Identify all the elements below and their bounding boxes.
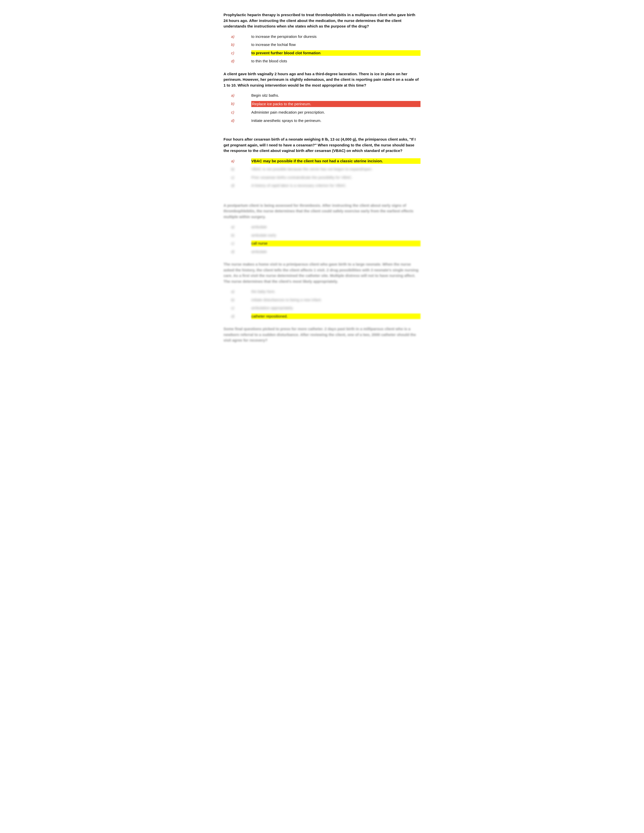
q5-option-d-letter: d) <box>231 314 251 319</box>
question-3: Four hours after cesarean birth of a neo… <box>224 137 420 188</box>
list-item: a) VBAC may be possible if the client ha… <box>231 158 420 164</box>
q3-option-d-letter: d) <box>231 183 251 188</box>
q5-option-b-letter: b) <box>231 297 251 303</box>
q1-option-a-text: to increase the perspiration for diuresi… <box>251 34 420 40</box>
list-item: a) to increase the perspiration for diur… <box>231 34 420 40</box>
list-item: b) initiate disturbances to being a new … <box>231 297 420 303</box>
q4-option-c-letter: c) <box>231 241 251 246</box>
q4-text: A postpartum client is being assessed fo… <box>224 203 420 220</box>
q3-options: a) VBAC may be possible if the client ha… <box>231 158 420 188</box>
q2-option-a-letter: a) <box>231 93 251 98</box>
q3-option-d-text: A history of rapid labor is a necessary … <box>251 183 420 188</box>
q6-text: Some final questions picked to press for… <box>224 326 420 343</box>
q5-option-a-text: the baby here. <box>251 289 420 294</box>
q2-option-d-text: Initiate anesthetic sprays to the perine… <box>251 118 420 124</box>
q4-option-c-text: call nurse <box>251 241 420 246</box>
q4-option-a-text: ambulate <box>251 224 420 230</box>
question-2: A client gave birth vaginally 2 hours ag… <box>224 71 420 124</box>
q1-options: a) to increase the perspiration for diur… <box>231 34 420 64</box>
list-item: c) to prevent further blood clot formati… <box>231 50 420 56</box>
question-4: A postpartum client is being assessed fo… <box>224 203 420 255</box>
q5-options: a) the baby here. b) initiate disturbanc… <box>231 289 420 319</box>
q3-option-b-letter: b) <box>231 166 251 172</box>
q2-option-b-text: Replace ice packs to the perineum. <box>251 101 420 107</box>
question-5: The nurse makes a home visit to a primip… <box>224 262 420 319</box>
q5-option-b-text: initiate disturbances to being a new inf… <box>251 297 420 303</box>
q2-options: a) Begin sitz baths. b) Replace ice pack… <box>231 93 420 124</box>
q4-options: a) ambulate b) ambulate early c) call nu… <box>231 224 420 254</box>
q2-option-c-text: Administer pain medication per prescript… <box>251 109 420 115</box>
list-item: a) the baby here. <box>231 289 420 294</box>
q5-option-a-letter: a) <box>231 289 251 294</box>
q2-option-d-letter: d) <box>231 118 251 124</box>
q3-option-a-text: VBAC may be possible if the client has n… <box>251 158 420 164</box>
list-item: a) ambulate <box>231 224 420 230</box>
q1-option-c-text: to prevent further blood clot formation <box>251 50 420 56</box>
list-item: d) A history of rapid labor is a necessa… <box>231 183 420 188</box>
q1-option-b-text: to increase the lochial flow <box>251 42 420 48</box>
q2-option-b-letter: b) <box>231 101 251 107</box>
list-item: c) ambulation appropriately. <box>231 305 420 311</box>
q1-option-c-letter: c) <box>231 50 251 56</box>
list-item: b) ambulate early <box>231 233 420 238</box>
q5-option-d-text: catheter repositioned. <box>251 314 420 319</box>
q2-option-a-text: Begin sitz baths. <box>251 93 420 98</box>
q2-option-c-letter: c) <box>231 109 251 115</box>
question-1: Prophylactic heparin therapy is prescrib… <box>224 12 420 64</box>
q5-text: The nurse makes a home visit to a primip… <box>224 262 420 284</box>
q4-option-d-letter: d) <box>231 249 251 255</box>
list-item: c) call nurse <box>231 241 420 246</box>
list-item: d) catheter repositioned. <box>231 314 420 319</box>
list-item: b) VBAC is not possible because the cerv… <box>231 166 420 172</box>
q2-text: A client gave birth vaginally 2 hours ag… <box>224 71 420 88</box>
q4-option-b-letter: b) <box>231 233 251 238</box>
question-6-partial: Some final questions picked to press for… <box>224 326 420 343</box>
q5-option-c-text: ambulation appropriately. <box>251 305 420 311</box>
list-item: d) Initiate anesthetic sprays to the per… <box>231 118 420 124</box>
q4-option-a-letter: a) <box>231 224 251 230</box>
list-item: d) ambulate <box>231 249 420 255</box>
q1-option-d-letter: d) <box>231 58 251 64</box>
q4-option-b-text: ambulate early <box>251 233 420 238</box>
q3-option-c-letter: c) <box>231 175 251 180</box>
q3-option-a-letter: a) <box>231 158 251 164</box>
list-item: d) to thin the blood clots <box>231 58 420 64</box>
q1-option-d-text: to thin the blood clots <box>251 58 420 64</box>
list-item: c) Prior cesarean births contraindicate … <box>231 175 420 180</box>
q3-text: Four hours after cesarean birth of a neo… <box>224 137 420 154</box>
q1-text: Prophylactic heparin therapy is prescrib… <box>224 12 420 29</box>
list-item: b) Replace ice packs to the perineum. <box>231 101 420 107</box>
q1-option-b-letter: b) <box>231 42 251 48</box>
q3-option-b-text: VBAC is not possible because the cervix … <box>251 166 420 172</box>
list-item: a) Begin sitz baths. <box>231 93 420 98</box>
q4-option-d-text: ambulate <box>251 249 420 255</box>
list-item: c) Administer pain medication per prescr… <box>231 109 420 115</box>
q1-option-a-letter: a) <box>231 34 251 40</box>
list-item: b) to increase the lochial flow <box>231 42 420 48</box>
q5-option-c-letter: c) <box>231 305 251 311</box>
q3-option-c-text: Prior cesarean births contraindicate the… <box>251 175 420 180</box>
